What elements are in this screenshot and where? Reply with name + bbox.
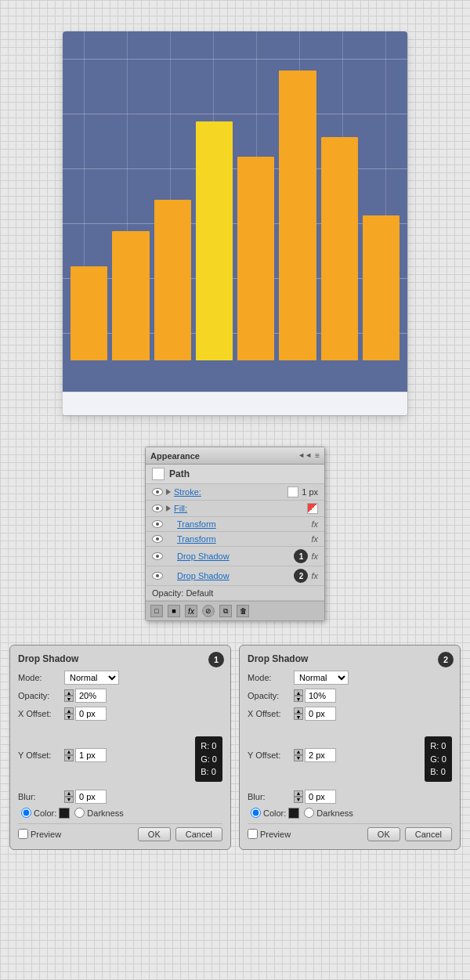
g-value-2: G: 0 [430,753,446,766]
dialog1-preview-checkbox[interactable] [18,829,28,839]
spinner-down-blur2[interactable]: ▼ [294,797,303,803]
dialog2-ok-button[interactable]: OK [367,827,400,841]
dialog2-preview[interactable]: Preview [248,829,291,839]
dialog2-footer: Preview OK Cancel [248,823,452,841]
triangle-icon[interactable] [166,489,171,495]
dialog1-darkness-radio[interactable]: Darkness [74,808,123,818]
double-arrow-icon[interactable]: ◄◄ [298,451,312,460]
dialog2-xoffset-input[interactable] [305,707,336,721]
spinner-up[interactable]: ▲ [64,689,74,696]
fx-icon[interactable]: fx [185,605,197,617]
panel-title: Appearance [150,451,200,461]
dialog1-mode-select[interactable]: Normal [64,671,119,685]
menu-icon[interactable]: ≡ [315,451,320,460]
spinner-up-x2[interactable]: ▲ [294,707,303,714]
spinner-down-x2[interactable]: ▼ [294,714,303,720]
transform1-row: Transform fx [146,517,324,532]
spinner-arrows-x: ▲ ▼ [64,707,74,720]
no-icon[interactable]: ⊘ [202,605,215,617]
spinner-down-blur[interactable]: ▼ [64,797,74,803]
dialog2-badge: 2 [438,652,454,667]
dialog2-darkness-radio[interactable]: Darkness [304,808,352,818]
dialog1-color-swatch[interactable] [59,808,70,819]
badge-1: 1 [294,549,308,563]
copy-icon[interactable]: ⧉ [219,605,232,617]
dialog1-cancel-button[interactable]: Cancel [175,827,222,841]
transform2-row: Transform fx [146,532,324,547]
spinner-up-x[interactable]: ▲ [64,707,74,714]
dialog1-ok-button[interactable]: OK [138,827,171,841]
dialog2-yoffset-field: Y Offset: ▲ ▼ R: 0 G: 0 B: 0 [248,725,452,786]
dialog1-color-radio[interactable]: Color: [21,808,70,819]
triangle-icon-fill[interactable] [166,505,171,512]
dialog2-darkness-radio-input[interactable] [304,808,314,818]
panel-controls: ◄◄ ≡ [298,451,320,460]
dialog2-xoffset-label: X Offset: [248,709,291,718]
dialog1-darkness-radio-input[interactable] [74,808,85,818]
dialog1-xoffset-input[interactable] [75,707,107,721]
dialog1-opacity-input[interactable] [75,689,107,703]
path-icon [152,468,164,480]
transform2-label[interactable]: Transform [177,534,308,544]
eye-icon[interactable] [152,488,163,496]
dialog1-xoffset-field: X Offset: ▲ ▼ [18,707,222,721]
dialog2-preview-checkbox[interactable] [248,829,258,839]
dialog1-yoffset-input[interactable] [75,748,107,762]
dialog2-color-label: Color: [263,808,286,818]
stroke-swatch [287,486,298,497]
dialog2-color-radio[interactable]: Color: [251,808,299,819]
fill-label[interactable]: Fill: [174,504,304,513]
dialog2-yoffset-spinner: ▲ ▼ [294,748,336,762]
dialog1-blur-label: Blur: [18,792,61,801]
transform1-label[interactable]: Transform [177,519,308,529]
spinner-up-op2[interactable]: ▲ [294,689,303,696]
panel-titlebar: Appearance ◄◄ ≡ [146,447,324,465]
dialog2-blur-input[interactable] [305,790,336,804]
dialog2-cancel-button[interactable]: Cancel [405,827,452,841]
fill-row: Fill: [146,501,324,517]
b-value-2: B: 0 [430,765,446,779]
spinner-down-op2[interactable]: ▼ [294,696,303,702]
spinner-up-blur[interactable]: ▲ [64,790,74,797]
new-layer-icon[interactable]: □ [150,605,163,617]
spinner-up-blur2[interactable]: ▲ [294,790,303,797]
spinner-down-y2[interactable]: ▼ [294,755,303,761]
dialog1-blur-input[interactable] [75,790,107,804]
chart-section [0,0,470,439]
spinner-up-y2[interactable]: ▲ [294,749,303,755]
spinner-arrows-op2: ▲ ▼ [294,689,303,702]
dialog-2: Drop Shadow 2 Mode: Normal Opacity: ▲ ▼ [239,645,461,850]
dialog1-color-radio-input[interactable] [21,808,31,818]
dropshadow1-label[interactable]: Drop Shadow [177,551,291,561]
eye-icon-ds1[interactable] [152,552,163,560]
dropshadow2-label[interactable]: Drop Shadow [177,571,291,580]
spinner-down-x[interactable]: ▼ [64,714,74,720]
dialog2-mode-select[interactable]: Normal [294,671,349,685]
spinner-up-y[interactable]: ▲ [64,749,74,755]
bar-5 [237,157,274,360]
dialog2-color-swatch[interactable] [288,808,299,819]
fx-label-ds2: fx [311,571,318,580]
dialog2-color-radio-input[interactable] [251,808,261,818]
dialog2-yoffset-input[interactable] [305,748,336,762]
dialog1-preview[interactable]: Preview [18,829,61,839]
eye-icon-transform2[interactable] [152,535,163,543]
spinner-down-y[interactable]: ▼ [64,755,74,761]
delete-icon[interactable]: 🗑 [237,605,249,617]
spinner-arrows: ▲ ▼ [64,689,74,702]
dialog1-yoffset-field: Y Offset: ▲ ▼ R: 0 G: 0 B: 0 [18,725,222,786]
panel-path-row: Path [146,465,324,484]
stroke-label[interactable]: Stroke: [174,487,284,497]
r-value: R: 0 [201,740,217,753]
dialog2-mode-field: Mode: Normal [248,671,452,685]
eye-icon-ds2[interactable] [152,572,163,580]
eye-icon-transform1[interactable] [152,520,163,528]
fill-swatch [307,503,318,514]
dialog2-opacity-input[interactable] [305,689,336,703]
spinner-down[interactable]: ▼ [64,696,74,702]
dialog2-mode-label: Mode: [248,673,291,682]
g-value: G: 0 [201,753,217,766]
eye-icon-fill[interactable] [152,504,163,512]
duplicate-icon[interactable]: ■ [168,605,180,617]
dialog1-opacity-field: Opacity: ▲ ▼ [18,689,222,703]
